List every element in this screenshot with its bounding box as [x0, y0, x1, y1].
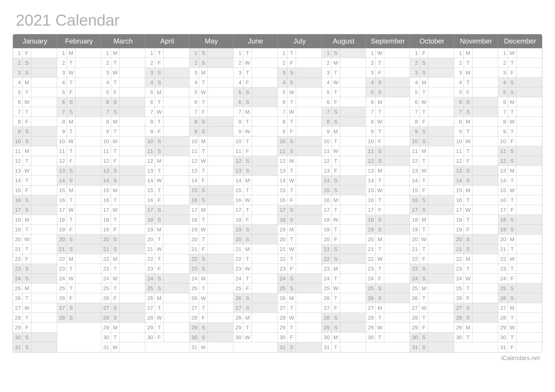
day-cell: [75, 303, 101, 313]
day-number: 20: [454, 235, 464, 244]
day-of-week: M: [111, 254, 120, 264]
day-cell: [75, 48, 101, 58]
day-number: 4: [366, 78, 376, 87]
day-cell: [164, 48, 189, 58]
day-number: 8: [101, 117, 111, 126]
day-number: 22: [322, 254, 332, 264]
day-number: 1: [498, 48, 508, 58]
day-row: 20M: [498, 235, 542, 244]
day-cell: [384, 176, 410, 185]
day-cell: [164, 166, 189, 175]
day-number: 11: [322, 146, 332, 156]
day-cell: [31, 97, 57, 107]
day-of-week: S: [23, 58, 31, 68]
day-row: 31S: [278, 342, 321, 352]
day-row: 12T: [13, 156, 57, 166]
day-number: 22: [498, 254, 508, 264]
day-number: 10: [234, 136, 243, 146]
day-cell: [472, 87, 498, 97]
day-cell: [120, 48, 145, 58]
day-row: 12T: [410, 156, 454, 166]
day-number: 23: [57, 264, 67, 273]
day-of-week: S: [508, 146, 517, 156]
day-of-week: T: [287, 48, 296, 58]
day-of-week: W: [376, 323, 384, 332]
day-of-week: T: [287, 166, 296, 175]
day-number: 26: [278, 293, 287, 303]
day-cell: [31, 293, 57, 303]
day-row: 25T: [189, 284, 233, 293]
day-of-week: F: [287, 58, 296, 68]
day-cell: [164, 176, 189, 185]
day-row: 1W: [498, 48, 542, 58]
day-row: 4S: [278, 78, 321, 87]
day-of-week: M: [287, 293, 296, 303]
day-of-week: W: [199, 87, 208, 97]
day-row: 29S: [322, 323, 366, 333]
day-number: 19: [57, 225, 67, 234]
day-row: 17W: [101, 205, 145, 215]
day-row: 2F: [145, 58, 189, 68]
day-number: 9: [498, 127, 508, 136]
day-row: 2W: [234, 58, 277, 68]
day-row: 1F: [13, 48, 57, 58]
day-number: 24: [189, 274, 199, 283]
day-of-week: W: [155, 313, 164, 322]
day-of-week: F: [111, 156, 120, 165]
day-row: 24S: [13, 274, 57, 284]
day-number: 27: [454, 303, 464, 313]
day-cell: [384, 48, 410, 58]
day-row: 10T: [322, 136, 366, 146]
day-cell: [120, 185, 145, 195]
day-cell: [208, 342, 233, 352]
day-cell: [517, 107, 542, 117]
day-of-week: F: [199, 107, 208, 117]
day-number: 29: [410, 323, 420, 332]
day-of-week: W: [155, 107, 164, 117]
day-of-week: M: [508, 303, 517, 313]
day-number: 26: [454, 293, 464, 303]
day-of-week: T: [508, 264, 517, 273]
day-cell: [296, 293, 321, 303]
day-cell: [428, 274, 454, 283]
day-cell: [75, 264, 101, 273]
day-row: 30F: [145, 333, 189, 342]
day-number: 16: [278, 195, 287, 205]
day-cell: [428, 244, 454, 254]
day-row: 13W: [410, 166, 454, 176]
day-number: 13: [13, 166, 23, 175]
day-row: 10T: [234, 136, 277, 146]
day-row: 19M: [278, 225, 321, 235]
day-number: 1: [454, 48, 464, 58]
day-cell: [340, 156, 366, 165]
day-of-week: T: [243, 117, 252, 126]
day-of-week: T: [155, 97, 164, 107]
day-row: 12F: [101, 156, 145, 166]
day-row: 30S: [189, 333, 233, 342]
day-of-week: W: [243, 333, 252, 342]
day-cell: [296, 323, 321, 332]
day-cell: [208, 264, 233, 273]
day-row: 19T: [410, 225, 454, 235]
day-of-week: S: [464, 97, 472, 107]
day-of-week: T: [243, 185, 252, 195]
day-row: 24S: [278, 274, 321, 284]
day-of-week: F: [23, 185, 31, 195]
day-row: [366, 342, 410, 352]
day-number: 12: [410, 156, 420, 165]
day-row: 12W: [189, 156, 233, 166]
day-row: 31S: [410, 342, 454, 352]
day-cell: [472, 166, 498, 175]
day-of-week: T: [420, 156, 428, 165]
day-row: 21M: [234, 244, 277, 254]
day-of-week: S: [199, 264, 208, 273]
day-of-week: S: [155, 205, 164, 214]
day-cell: [428, 313, 454, 322]
day-number: 17: [410, 205, 420, 214]
day-cell: [472, 205, 498, 214]
day-row: 25S: [145, 284, 189, 293]
day-number: 15: [145, 185, 155, 195]
day-number: 23: [234, 264, 243, 273]
day-of-week: S: [376, 87, 384, 97]
day-number: 6: [57, 97, 67, 107]
